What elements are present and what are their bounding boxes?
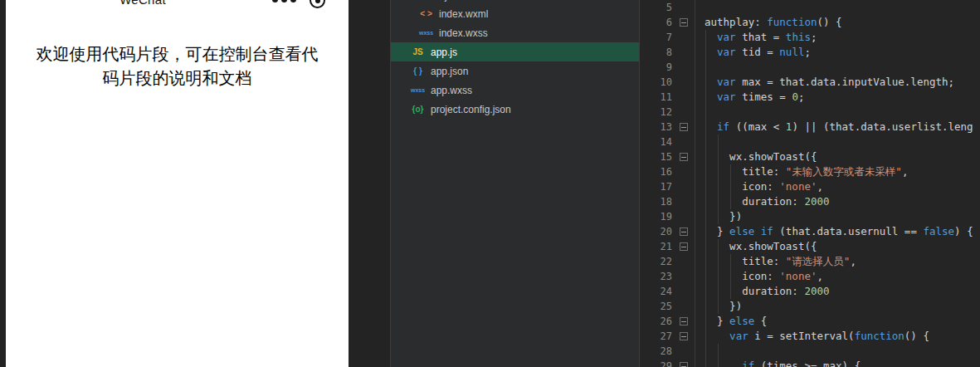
code-text: var tid = null; <box>695 45 980 60</box>
fold-collapse-icon[interactable] <box>680 18 688 27</box>
code-text <box>695 60 980 75</box>
fold-gutter <box>672 269 695 284</box>
file-label: app.wxss <box>431 85 472 96</box>
code-text: } else { <box>695 314 980 329</box>
more-menu-icon[interactable] <box>272 0 296 2</box>
code-line-26[interactable]: 26 } else { <box>640 314 980 329</box>
code-line-19[interactable]: 19 }) <box>640 209 980 224</box>
code-line-18[interactable]: 18 duration: 2000 <box>640 194 980 209</box>
code-line-11[interactable]: 11 var times = 0; <box>640 90 980 105</box>
code-line-15[interactable]: 15 wx.showToast({ <box>640 149 980 164</box>
fold-gutter <box>672 149 695 164</box>
wxss-file-icon: wxss <box>418 30 434 36</box>
fold-gutter <box>672 60 695 75</box>
code-text: var max = that.data.inputValue.length; <box>695 75 980 90</box>
code-line-16[interactable]: 16 title: "未输入数字或者未采样", <box>640 164 980 179</box>
line-number: 6 <box>640 15 672 30</box>
fold-gutter <box>672 344 695 359</box>
fold-gutter <box>672 209 695 224</box>
code-line-13[interactable]: 13 if ((max < 1) || (that.data.userlist.… <box>640 120 980 135</box>
line-number: 14 <box>640 135 672 149</box>
file-row-app.json[interactable]: { }app.json <box>391 61 639 81</box>
json-file-icon: { } <box>410 67 426 76</box>
fold-gutter <box>672 120 695 135</box>
code-text: title: "未输入数字或者未采样", <box>695 164 980 179</box>
code-line-12[interactable]: 12 <box>640 105 980 120</box>
code-text: wx.showToast({ <box>695 239 980 254</box>
fold-collapse-icon[interactable] <box>680 153 688 161</box>
code-line-17[interactable]: 17 icon: 'none', <box>640 179 980 194</box>
code-text: } else if (that.data.usernull == false) … <box>695 224 980 239</box>
code-text: var times = 0; <box>695 90 980 105</box>
code-line-21[interactable]: 21 wx.showToast({ <box>640 239 980 254</box>
line-number: 26 <box>640 314 672 329</box>
code-line-6[interactable]: 6authplay: function() { <box>640 15 980 30</box>
code-text: var i = setInterval(function() { <box>695 329 980 344</box>
fold-gutter <box>672 105 695 120</box>
code-line-29[interactable]: 29 if (times >= max) { <box>640 359 980 367</box>
code-line-7[interactable]: 7 var that = this; <box>640 30 980 45</box>
fold-collapse-icon[interactable] <box>680 123 688 131</box>
line-number: 24 <box>640 284 672 299</box>
wechat-devtools-window: WeChat 欢迎使用代码片段，可在控制台查看代 码片段的说明和文档 index… <box>0 0 980 367</box>
file-row-index.wxss[interactable]: wxssindex.wxss <box>391 23 639 42</box>
code-text <box>695 105 980 120</box>
code-line-9[interactable]: 9 <box>640 60 980 75</box>
line-number: 25 <box>640 299 672 314</box>
welcome-text-line2: 码片段的说明和文档 <box>6 66 349 91</box>
file-row-project.config.json[interactable]: {o}project.config.json <box>391 100 639 119</box>
code-text: authplay: function() { <box>695 15 980 30</box>
code-line-20[interactable]: 20 } else if (that.data.usernull == fals… <box>640 224 980 239</box>
fold-collapse-icon[interactable] <box>680 228 688 236</box>
line-number: 27 <box>640 329 672 344</box>
fold-gutter <box>672 15 695 30</box>
file-row-app.js[interactable]: JSapp.js <box>391 42 639 61</box>
code-line-25[interactable]: 25 }) <box>640 299 980 314</box>
simulator-page-title: WeChat <box>6 0 280 7</box>
code-text: if ((max < 1) || (that.data.userlist.len… <box>695 120 980 135</box>
fold-gutter <box>672 284 695 299</box>
simulator-panel: WeChat 欢迎使用代码片段，可在控制台查看代 码片段的说明和文档 <box>6 0 349 367</box>
fold-gutter <box>672 224 695 239</box>
fold-gutter <box>672 135 695 149</box>
code-line-10[interactable]: 10 var max = that.data.inputValue.length… <box>640 75 980 90</box>
wxml-file-icon: < > <box>418 10 434 18</box>
fold-collapse-icon[interactable] <box>680 317 688 325</box>
file-explorer: index.json< >index.wxmlwxssindex.wxssJSa… <box>390 0 640 367</box>
line-number: 7 <box>640 30 672 45</box>
code-line-28[interactable]: 28 <box>640 344 980 359</box>
code-line-14[interactable]: 14 <box>640 135 980 149</box>
code-text: title: "请选择人员", <box>695 254 980 269</box>
line-number: 23 <box>640 269 672 284</box>
code-text: duration: 2000 <box>695 194 980 209</box>
code-text: }) <box>695 299 980 314</box>
wxss-file-icon: wxss <box>410 87 426 93</box>
fold-gutter <box>672 194 695 209</box>
line-number: 21 <box>640 239 672 254</box>
code-line-27[interactable]: 27 var i = setInterval(function() { <box>640 329 980 344</box>
welcome-text-line1: 欢迎使用代码片段，可在控制台查看代 <box>6 42 349 66</box>
line-number: 9 <box>640 60 672 75</box>
code-line-23[interactable]: 23 icon: 'none', <box>640 269 980 284</box>
code-editor[interactable]: 56authplay: function() {7 var that = thi… <box>640 0 980 367</box>
code-line-5[interactable]: 5 <box>640 0 980 15</box>
code-line-22[interactable]: 22 title: "请选择人员", <box>640 254 980 269</box>
fold-collapse-icon[interactable] <box>680 362 688 367</box>
fold-gutter <box>672 299 695 314</box>
capsule-target-icon[interactable] <box>310 0 325 8</box>
code-text: }) <box>695 209 980 224</box>
file-label: app.json <box>431 66 468 77</box>
line-number: 19 <box>640 209 672 224</box>
file-row-app.wxss[interactable]: wxssapp.wxss <box>391 81 639 100</box>
fold-gutter <box>672 314 695 329</box>
fold-gutter <box>672 0 695 15</box>
file-row-index.wxml[interactable]: < >index.wxml <box>391 4 639 23</box>
fold-collapse-icon[interactable] <box>680 242 688 251</box>
line-number: 16 <box>640 164 672 179</box>
fold-collapse-icon[interactable] <box>680 332 688 340</box>
file-label: index.wxss <box>439 27 488 39</box>
fold-gutter <box>672 75 695 90</box>
line-number: 22 <box>640 254 672 269</box>
code-line-8[interactable]: 8 var tid = null; <box>640 45 980 60</box>
code-line-24[interactable]: 24 duration: 2000 <box>640 284 980 299</box>
